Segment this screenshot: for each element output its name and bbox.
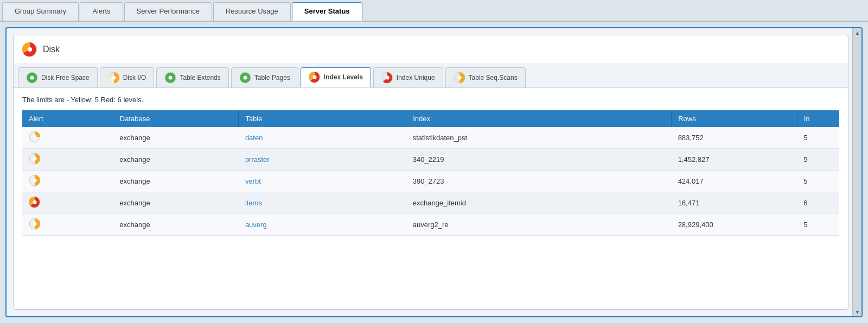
svg-point-21	[33, 179, 37, 183]
col-header-index: Index	[406, 110, 672, 127]
cell-table[interactable]: items	[239, 192, 406, 214]
cell-in: 5	[797, 171, 839, 192]
col-header-database: Database	[113, 110, 239, 127]
table-extends-icon	[164, 72, 176, 84]
cell-rows: 424,017	[672, 171, 797, 192]
subtab-bar: Disk Free Space Disk I/O	[14, 64, 848, 88]
disk-status-icon	[22, 42, 37, 57]
scroll-up-button[interactable]: ▲	[853, 28, 861, 37]
svg-point-7	[169, 76, 173, 80]
svg-point-19	[33, 157, 37, 161]
svg-point-23	[33, 200, 37, 204]
cell-table[interactable]: verbt	[239, 171, 406, 192]
table-pages-icon	[239, 72, 251, 84]
svg-point-3	[30, 76, 34, 80]
svg-point-1	[28, 47, 32, 52]
tab-server-status[interactable]: Server Status	[292, 2, 362, 21]
subtab-disk-io[interactable]: Disk I/O	[100, 67, 155, 87]
cell-database: exchange	[113, 192, 239, 214]
cell-table[interactable]: auverg	[239, 214, 406, 236]
cell-alert	[22, 171, 113, 192]
table-row: exchange daten statistikdaten_pst 883,75…	[22, 127, 839, 149]
cell-rows: 1,452,827	[672, 149, 797, 171]
cell-index: exchange_itemid	[406, 192, 672, 214]
cell-index: statistikdaten_pst	[406, 127, 672, 149]
cell-in: 5	[797, 149, 839, 171]
cell-in: 5	[797, 127, 839, 149]
cell-in: 5	[797, 214, 839, 236]
cell-table[interactable]: prraster	[239, 149, 406, 171]
scroll-down-button[interactable]: ▼	[853, 308, 861, 316]
subtab-table-seq-scans[interactable]: Table Seq.Scans	[445, 67, 526, 87]
cell-alert	[22, 149, 113, 171]
cell-alert	[22, 127, 113, 149]
cell-rows: 16,471	[672, 192, 797, 214]
cell-index: 340_2219	[406, 149, 672, 171]
cell-alert	[22, 192, 113, 214]
outer-panel: ▲ ▼ Disk	[5, 27, 863, 317]
tab-group-summary[interactable]: Group Summary	[2, 2, 79, 21]
svg-point-13	[385, 76, 389, 80]
index-levels-table: Alert Database Table Index Rows In	[22, 110, 839, 236]
index-levels-icon	[309, 71, 321, 83]
col-header-table: Table	[239, 110, 406, 127]
col-header-alert: Alert	[22, 110, 113, 127]
disk-free-space-icon	[26, 72, 38, 84]
svg-point-25	[33, 222, 37, 226]
svg-point-15	[457, 76, 461, 80]
subtab-index-unique[interactable]: Index Unique	[373, 67, 443, 87]
subtab-table-extends[interactable]: Table Extends	[156, 67, 228, 87]
main-content: ▲ ▼ Disk	[0, 22, 868, 323]
svg-point-17	[33, 135, 37, 139]
cell-index: auverg2_re	[406, 214, 672, 236]
cell-alert	[22, 214, 113, 236]
cell-database: exchange	[113, 149, 239, 171]
table-row: exchange prraster 340_2219 1,452,827 5	[22, 149, 839, 171]
cell-rows: 883,752	[672, 127, 797, 149]
cell-in: 6	[797, 192, 839, 214]
cell-database: exchange	[113, 171, 239, 192]
tab-alerts[interactable]: Alerts	[80, 2, 123, 21]
alert-icon	[29, 131, 41, 143]
alert-icon	[29, 218, 41, 230]
table-wrap: Alert Database Table Index Rows In	[22, 110, 839, 302]
table-row: exchange verbt 390_2723 424,017 5	[22, 171, 839, 192]
content-area: The limits are - Yellow: 5 Red: 6 levels…	[14, 88, 848, 309]
tab-resource-usage[interactable]: Resource Usage	[213, 2, 291, 21]
alert-icon	[29, 174, 41, 186]
tab-server-performance[interactable]: Server Performance	[124, 2, 212, 21]
col-header-in: In	[797, 110, 839, 127]
alert-icon	[29, 196, 41, 208]
svg-point-9	[243, 76, 247, 80]
col-header-rows: Rows	[672, 110, 797, 127]
table-row: exchange items exchange_itemid 16,471 6	[22, 192, 839, 214]
table-seq-scans-icon	[454, 72, 465, 84]
cell-database: exchange	[113, 127, 239, 149]
index-unique-icon	[381, 72, 393, 84]
subtab-table-pages[interactable]: Table Pages	[231, 67, 298, 87]
disk-header: Disk	[14, 35, 848, 64]
inner-panel: Disk Disk Free Space	[13, 35, 848, 310]
cell-index: 390_2723	[406, 171, 672, 192]
cell-rows: 28,929,400	[672, 214, 797, 236]
disk-io-icon	[108, 72, 120, 84]
subtab-disk-free-space[interactable]: Disk Free Space	[18, 67, 98, 87]
svg-point-11	[312, 76, 316, 79]
alert-icon	[29, 153, 41, 165]
limits-text: The limits are - Yellow: 5 Red: 6 levels…	[22, 96, 839, 104]
subtab-index-levels[interactable]: Index Levels	[301, 67, 371, 87]
svg-point-5	[112, 76, 116, 80]
cell-database: exchange	[113, 214, 239, 236]
tab-bar: Group Summary Alerts Server Performance …	[0, 0, 868, 22]
disk-title: Disk	[43, 45, 60, 54]
table-row: exchange auverg auverg2_re 28,929,400 5	[22, 214, 839, 236]
cell-table[interactable]: daten	[239, 127, 406, 149]
